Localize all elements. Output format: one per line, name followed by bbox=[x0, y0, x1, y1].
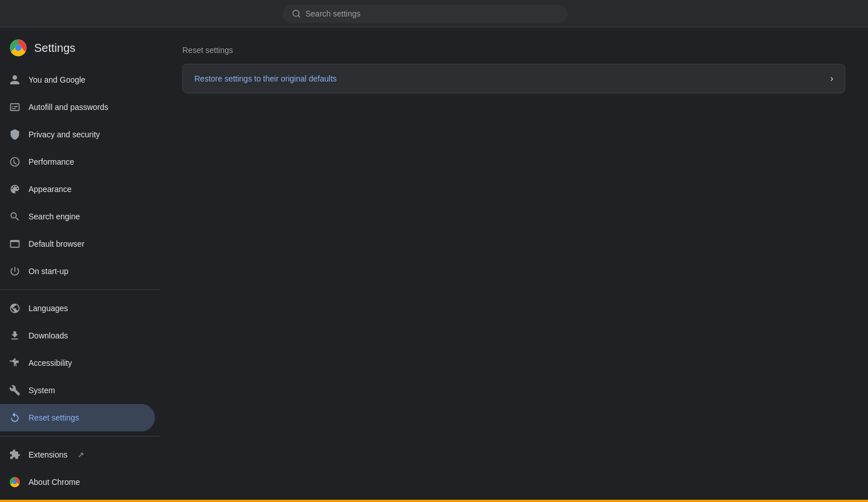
chrome-icon bbox=[9, 476, 21, 488]
power-icon bbox=[9, 266, 21, 277]
wrench-icon bbox=[9, 385, 21, 396]
search-box[interactable] bbox=[283, 5, 568, 23]
external-link-icon: ↗ bbox=[78, 450, 84, 459]
svg-point-8 bbox=[13, 480, 17, 484]
sidebar-label-reset-settings: Reset settings bbox=[28, 413, 79, 422]
sidebar-label-appearance: Appearance bbox=[28, 185, 72, 194]
sidebar-header: Settings bbox=[0, 32, 160, 64]
sidebar-item-default-browser[interactable]: Default browser bbox=[0, 230, 155, 258]
search-icon bbox=[292, 9, 301, 18]
speed-icon bbox=[9, 156, 21, 168]
sidebar-item-about-chrome[interactable]: About Chrome bbox=[0, 468, 155, 496]
badge-icon bbox=[9, 101, 21, 113]
section-title: Reset settings bbox=[182, 46, 845, 55]
reset-icon bbox=[9, 412, 21, 423]
bottom-bar bbox=[0, 500, 868, 502]
settings-card-reset: Restore settings to their original defau… bbox=[182, 64, 845, 93]
sidebar-item-reset-settings[interactable]: Reset settings bbox=[0, 404, 155, 431]
restore-defaults-row[interactable]: Restore settings to their original defau… bbox=[183, 64, 845, 93]
sidebar-item-privacy[interactable]: Privacy and security bbox=[0, 121, 155, 148]
main-layout: Settings You and Google Autofill and pas… bbox=[0, 27, 868, 500]
globe-icon bbox=[9, 303, 21, 314]
top-bar bbox=[0, 0, 868, 27]
sidebar-label-privacy: Privacy and security bbox=[28, 130, 100, 139]
sidebar-item-languages[interactable]: Languages bbox=[0, 295, 155, 322]
sidebar-item-you-and-google[interactable]: You and Google bbox=[0, 66, 155, 93]
search-icon bbox=[9, 211, 21, 222]
sidebar-label-extensions: Extensions bbox=[28, 450, 67, 459]
sidebar-label-default-browser: Default browser bbox=[28, 239, 84, 248]
sidebar-label-you-and-google: You and Google bbox=[28, 75, 85, 84]
person-icon bbox=[9, 74, 21, 85]
search-input[interactable] bbox=[305, 9, 559, 18]
sidebar-item-appearance[interactable]: Appearance bbox=[0, 176, 155, 203]
content-area: Reset settings Restore settings to their… bbox=[160, 27, 868, 500]
sidebar-item-accessibility[interactable]: Accessibility bbox=[0, 349, 155, 377]
chevron-right-icon: › bbox=[830, 74, 833, 84]
sidebar-item-search-engine[interactable]: Search engine bbox=[0, 203, 155, 230]
sidebar-label-downloads: Downloads bbox=[28, 331, 68, 340]
download-icon bbox=[9, 330, 21, 341]
sidebar-label-search-engine: Search engine bbox=[28, 212, 80, 221]
sidebar-label-autofill: Autofill and passwords bbox=[28, 103, 108, 112]
svg-point-4 bbox=[16, 46, 21, 51]
sidebar-label-about-chrome: About Chrome bbox=[28, 477, 80, 487]
svg-line-1 bbox=[298, 15, 300, 17]
sidebar: Settings You and Google Autofill and pas… bbox=[0, 27, 160, 500]
sidebar-label-performance: Performance bbox=[28, 157, 74, 166]
sidebar-item-performance[interactable]: Performance bbox=[0, 148, 155, 176]
palette-icon bbox=[9, 183, 21, 195]
puzzle-icon bbox=[9, 449, 21, 460]
sidebar-title: Settings bbox=[34, 42, 75, 55]
sidebar-item-downloads[interactable]: Downloads bbox=[0, 322, 155, 349]
sidebar-label-system: System bbox=[28, 386, 55, 395]
sidebar-label-languages: Languages bbox=[28, 304, 68, 313]
sidebar-item-autofill[interactable]: Autofill and passwords bbox=[0, 93, 155, 121]
shield-icon bbox=[9, 129, 21, 140]
chrome-logo-icon bbox=[9, 39, 27, 57]
sidebar-item-system[interactable]: System bbox=[0, 377, 155, 404]
sidebar-item-extensions[interactable]: Extensions ↗ bbox=[0, 441, 155, 468]
sidebar-item-on-startup[interactable]: On start-up bbox=[0, 258, 155, 285]
nav-divider-1 bbox=[0, 289, 160, 290]
sidebar-label-on-startup: On start-up bbox=[28, 267, 68, 276]
accessibility-icon bbox=[9, 357, 21, 369]
sidebar-label-accessibility: Accessibility bbox=[28, 358, 72, 368]
restore-defaults-label: Restore settings to their original defau… bbox=[194, 74, 337, 83]
browser-icon bbox=[9, 238, 21, 250]
nav-divider-2 bbox=[0, 436, 160, 436]
